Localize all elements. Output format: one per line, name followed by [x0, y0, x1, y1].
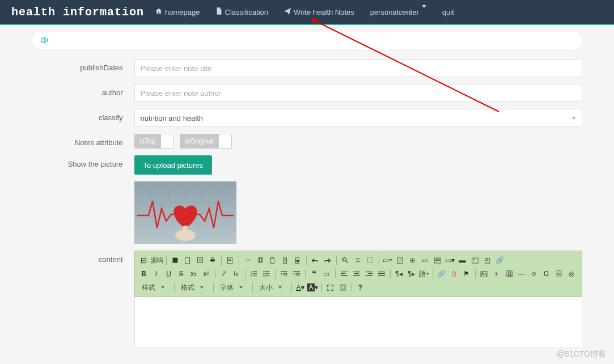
pagebreak-icon[interactable] [553, 268, 565, 280]
nav-classification[interactable]: Classification [208, 0, 277, 24]
undo-icon[interactable] [310, 255, 321, 266]
editor-content-area[interactable] [134, 297, 582, 348]
underline-icon[interactable]: U [163, 268, 175, 280]
template-icon[interactable] [225, 255, 236, 266]
svg-rect-48 [341, 275, 348, 276]
svg-rect-44 [295, 273, 300, 274]
preview-icon[interactable] [194, 255, 206, 266]
svg-rect-7 [185, 257, 190, 264]
find-icon[interactable] [340, 255, 351, 266]
select-icon[interactable]: ▭▾ [444, 255, 456, 266]
source-button[interactable] [138, 255, 150, 266]
svg-rect-45 [295, 275, 300, 276]
align-left-icon[interactable] [338, 268, 350, 280]
link2-icon[interactable]: 🔗 [436, 268, 447, 280]
link-icon[interactable]: 🔗 [494, 255, 506, 266]
image-preview [134, 181, 236, 244]
textfield-icon[interactable]: ▭ [420, 255, 431, 266]
form-icon[interactable]: ▭ [382, 255, 393, 266]
selectall-icon[interactable] [365, 255, 376, 266]
new-page-icon[interactable] [182, 255, 193, 266]
svg-rect-49 [353, 272, 360, 272]
print-icon[interactable] [207, 255, 218, 266]
toggle-isoriginal[interactable]: isOriginal [180, 134, 232, 149]
input-note-title[interactable] [134, 59, 582, 77]
hidden-field-icon[interactable]: ◰ [482, 255, 493, 266]
outdent-icon[interactable] [278, 268, 290, 280]
copy-format-icon[interactable]: Ix [231, 268, 242, 280]
svg-rect-40 [281, 272, 287, 272]
ltr-icon[interactable]: ¶◂ [393, 268, 405, 280]
superscript-icon[interactable]: x² [201, 268, 212, 280]
smiley-icon[interactable]: ☺ [528, 268, 540, 280]
rtl-icon[interactable]: ¶▸ [406, 268, 417, 280]
save-icon[interactable] [170, 255, 181, 266]
select-classify[interactable]: nutrition and health [134, 109, 582, 127]
svg-rect-43 [293, 272, 300, 272]
svg-rect-42 [283, 275, 287, 276]
remove-format-icon[interactable] [218, 268, 230, 280]
bold-icon[interactable]: B [138, 268, 150, 280]
flash-icon[interactable] [491, 268, 502, 280]
paste-icon[interactable] [267, 255, 278, 266]
toggle-istop[interactable]: isTop [134, 134, 174, 149]
strike-icon[interactable]: S [176, 268, 187, 280]
svg-rect-26 [472, 258, 478, 263]
iframe-icon[interactable]: ◎ [566, 268, 577, 280]
about-icon[interactable]: ? [355, 282, 366, 293]
italic-icon[interactable]: I [151, 268, 162, 280]
nav-quit[interactable]: quit [434, 0, 462, 24]
bullet-list-icon[interactable] [261, 268, 272, 280]
align-right-icon[interactable] [363, 268, 375, 280]
text-color-icon[interactable]: A▾ [295, 282, 306, 293]
paste-word-icon[interactable]: w [292, 255, 303, 266]
maximize-icon[interactable] [325, 282, 336, 293]
upload-pictures-button[interactable]: To upload pictures [134, 155, 213, 175]
svg-rect-55 [378, 272, 385, 272]
format-select[interactable]: 格式 [177, 282, 207, 293]
copy-icon[interactable] [255, 255, 266, 266]
input-note-author[interactable] [134, 84, 582, 102]
table-icon[interactable] [503, 268, 515, 280]
button-icon[interactable]: ▬ [457, 255, 468, 266]
textarea-icon[interactable] [432, 255, 443, 266]
nav-classification-label: Classification [225, 8, 269, 16]
checkbox-isoriginal[interactable] [218, 134, 232, 149]
svg-rect-63 [340, 285, 346, 291]
image-icon[interactable] [479, 268, 490, 280]
anchor-icon[interactable]: ⚑ [461, 268, 472, 280]
nav-write-notes[interactable]: Write health Notes [276, 0, 362, 24]
show-blocks-icon[interactable] [337, 282, 349, 293]
image-button-icon[interactable] [469, 255, 481, 266]
radio-icon[interactable] [407, 255, 418, 266]
redo-icon[interactable] [322, 255, 333, 266]
nav-homepage[interactable]: homepage [147, 0, 208, 24]
nav-personalcenter[interactable]: personalcenter [362, 0, 434, 24]
svg-rect-61 [557, 271, 561, 273]
size-select[interactable]: 大小 [256, 282, 285, 293]
align-center-icon[interactable] [351, 268, 362, 280]
language-icon[interactable]: 語 [418, 268, 430, 280]
unlink-icon[interactable] [448, 268, 460, 280]
bg-color-icon[interactable]: A▾ [307, 282, 319, 293]
specialchar-icon[interactable]: Ω [541, 268, 552, 280]
div-icon[interactable]: ▭ [321, 268, 332, 280]
checkbox-istop[interactable] [160, 134, 174, 149]
svg-rect-5 [183, 226, 188, 234]
svg-rect-15 [270, 257, 274, 263]
indent-icon[interactable] [291, 268, 302, 280]
subscript-icon[interactable]: x₂ [188, 268, 200, 280]
nav-write-label: Write health Notes [294, 8, 354, 16]
numbered-list-icon[interactable]: 123 [248, 268, 260, 280]
replace-icon[interactable] [352, 255, 363, 266]
cut-icon[interactable]: ✂ [242, 255, 253, 266]
align-justify-icon[interactable] [376, 268, 387, 280]
font-select[interactable]: 字体 [217, 282, 246, 293]
styles-select[interactable]: 样式 [138, 282, 168, 293]
checkbox-icon[interactable] [395, 255, 406, 266]
hr-icon[interactable]: — [516, 268, 527, 280]
svg-rect-37 [265, 273, 269, 274]
blockquote-icon[interactable]: ❝ [308, 268, 320, 280]
watermark: @51CTO博客 [557, 349, 606, 359]
paste-text-icon[interactable] [280, 255, 291, 266]
